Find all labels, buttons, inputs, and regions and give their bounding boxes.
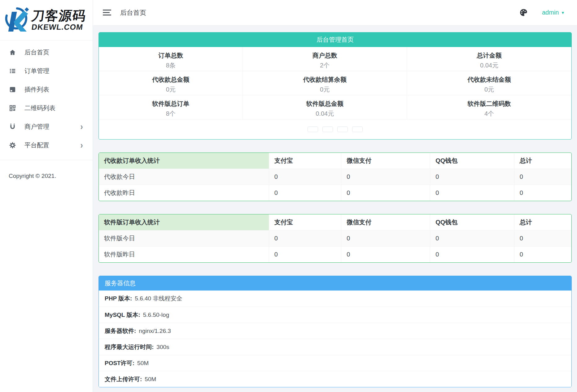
server-info-value: 300s — [156, 344, 169, 351]
table-cell: 0 — [514, 169, 571, 185]
stat-cell: 代收款未结金额 0元 — [407, 71, 571, 95]
home-icon — [9, 49, 16, 56]
menu-toggle-button[interactable] — [102, 8, 112, 17]
table-row: 软件版今日 0 0 0 0 — [99, 230, 571, 246]
column-header: 支付宝 — [269, 214, 341, 230]
stat-label: 商户总数 — [243, 51, 407, 60]
config-button[interactable] — [308, 127, 318, 132]
sidebar-item-label: 平台配置 — [24, 141, 49, 149]
table-cell: 0 — [430, 246, 514, 262]
sidebar-item-qrcodes[interactable]: 二维码列表 › — [0, 99, 93, 117]
stat-label: 订单总数 — [99, 51, 243, 60]
server-info-row: 服务器软件: nginx/1.26.3 — [99, 323, 571, 339]
server-info-label: 文件上传许可: — [105, 375, 142, 383]
stat-cell: 订单总数 8条 — [99, 47, 243, 71]
table-header-row: 软件版订单收入统计 支付宝 微信支付 QQ钱包 总计 — [99, 214, 571, 230]
stat-value: 8个 — [99, 110, 243, 118]
config-button[interactable] — [337, 127, 348, 132]
column-header: 微信支付 — [341, 153, 430, 169]
stat-value: 4个 — [407, 110, 571, 118]
row-label: 代收款今日 — [99, 169, 269, 185]
stat-cell: 软件版二维码数 4个 — [407, 95, 571, 119]
server-info-label: MySQL 版本: — [105, 311, 140, 319]
table-title: 代收款订单收入统计 — [99, 153, 269, 169]
chevron-right-icon: › — [80, 140, 83, 150]
server-info-value: 50M — [137, 360, 149, 367]
collection-income-table-panel: 代收款订单收入统计 支付宝 微信支付 QQ钱包 总计 代收款今日 0 0 0 0 — [98, 153, 572, 201]
gear-icon — [9, 142, 16, 149]
table-cell: 0 — [514, 185, 571, 201]
topbar: 后台首页 admin ▾ — [93, 0, 577, 25]
stat-cell: 代收款结算余额 0元 — [243, 71, 407, 95]
overview-panel: 后台管理首页 订单总数 8条 商户总数 2个 总计金额 0.04元 代收款总金额… — [98, 32, 572, 140]
table-cell: 0 — [341, 185, 430, 201]
config-button[interactable] — [352, 127, 363, 132]
theme-palette-icon[interactable] — [519, 8, 528, 17]
sidebar-item-merchants[interactable]: 商户管理 › — [0, 117, 93, 136]
stat-cell: 软件版总订单 8个 — [99, 95, 243, 119]
stat-label: 代收款结算余额 — [243, 75, 407, 84]
row-label: 代收款昨日 — [99, 185, 269, 201]
brand-name-en: DKEWL.COM — [31, 23, 87, 31]
table-header-row: 代收款订单收入统计 支付宝 微信支付 QQ钱包 总计 — [99, 153, 571, 169]
server-info-list: PHP 版本: 5.6.40 非线程安全 MySQL 版本: 5.6.50-lo… — [99, 291, 571, 387]
stat-value: 8条 — [99, 61, 243, 70]
copyright-text: Copyright © 2021. — [0, 173, 93, 179]
brand-logo-icon — [2, 7, 33, 33]
overview-panel-title: 后台管理首页 — [99, 32, 571, 47]
brand-text: 刀客源码 DKEWL.COM — [32, 9, 86, 31]
sidebar-divider — [0, 160, 93, 160]
sidebar-item-home[interactable]: 后台首页 › — [0, 43, 93, 62]
main-content: 后台管理首页 订单总数 8条 商户总数 2个 总计金额 0.04元 代收款总金额… — [93, 25, 577, 392]
stat-label: 软件版二维码数 — [407, 100, 571, 108]
sidebar-menu: 后台首页 › 订单管理 › 插件列表 › 二维码列表 › 商户管理 › 平台配置… — [0, 41, 93, 154]
page-title: 后台首页 — [120, 8, 146, 17]
sidebar-item-orders[interactable]: 订单管理 › — [0, 62, 93, 80]
brand-logo[interactable]: 刀客源码 DKEWL.COM — [0, 0, 93, 41]
table-cell: 0 — [430, 169, 514, 185]
table-cell: 0 — [341, 230, 430, 246]
sidebar-item-label: 二维码列表 — [24, 104, 55, 112]
server-info-label: POST许可: — [105, 359, 134, 367]
config-button[interactable] — [322, 127, 333, 132]
stat-value: 2个 — [243, 61, 407, 70]
stat-value: 0.04元 — [243, 110, 407, 118]
stat-label: 代收款未结金额 — [407, 75, 571, 84]
sidebar-item-platform[interactable]: 平台配置 › — [0, 136, 93, 154]
magnet-icon — [9, 123, 16, 130]
stat-value: 0元 — [407, 85, 571, 94]
plugin-icon — [9, 86, 16, 93]
stat-value: 0.04元 — [407, 61, 571, 70]
column-header: 总计 — [514, 153, 571, 169]
stat-cell: 总计金额 0.04元 — [407, 47, 571, 71]
table-cell: 0 — [341, 169, 430, 185]
server-info-value: 5.6.40 非线程安全 — [135, 295, 182, 303]
table-cell: 0 — [269, 230, 341, 246]
software-income-table-panel: 软件版订单收入统计 支付宝 微信支付 QQ钱包 总计 软件版今日 0 0 0 0 — [98, 214, 572, 263]
income-tables: 代收款订单收入统计 支付宝 微信支付 QQ钱包 总计 代收款今日 0 0 0 0 — [98, 153, 572, 263]
server-info-label: PHP 版本: — [105, 295, 132, 303]
server-info-label: 服务器软件: — [105, 327, 136, 335]
table-row: 代收款今日 0 0 0 0 — [99, 169, 571, 185]
server-info-label: 程序最大运行时间: — [105, 343, 154, 351]
sidebar-item-label: 订单管理 — [24, 67, 49, 75]
column-header: 支付宝 — [269, 153, 341, 169]
server-info-row: 程序最大运行时间: 300s — [99, 339, 571, 355]
server-info-row: 文件上传许可: 50M — [99, 371, 571, 387]
table-cell: 0 — [341, 246, 430, 262]
stat-cell: 软件版总金额 0.04元 — [243, 95, 407, 119]
stat-value: 0元 — [243, 85, 407, 94]
sidebar-item-label: 后台首页 — [24, 48, 49, 57]
list-icon — [9, 67, 16, 75]
stat-value: 0元 — [99, 85, 243, 94]
sidebar-item-plugins[interactable]: 插件列表 › — [0, 80, 93, 99]
stat-label: 代收款总金额 — [99, 75, 243, 84]
table-row: 软件版昨日 0 0 0 0 — [99, 246, 571, 262]
column-header: 微信支付 — [341, 214, 430, 230]
column-header: QQ钱包 — [430, 214, 514, 230]
user-dropdown[interactable]: admin ▾ — [542, 9, 564, 16]
table-title: 软件版订单收入统计 — [99, 214, 269, 230]
server-info-row: PHP 版本: 5.6.40 非线程安全 — [99, 291, 571, 307]
server-info-title: 服务器信息 — [99, 276, 571, 291]
table-cell: 0 — [514, 230, 571, 246]
